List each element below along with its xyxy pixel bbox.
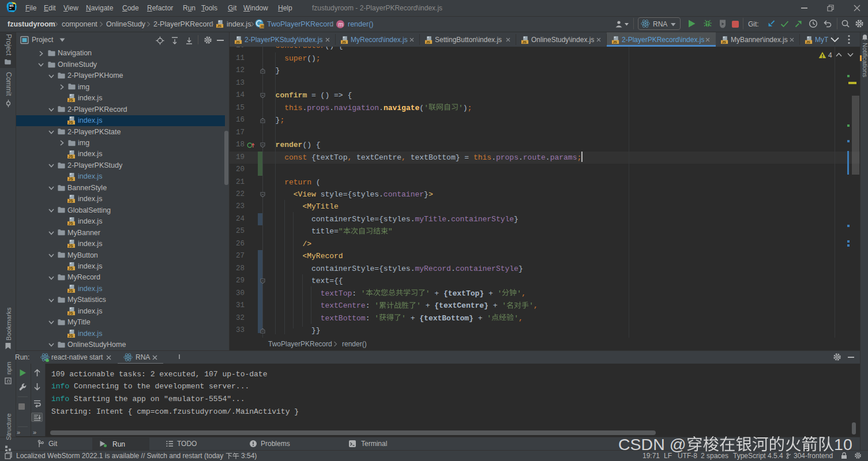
svg-text:JS: JS	[260, 25, 264, 28]
svg-text:WS: WS	[9, 5, 13, 7]
